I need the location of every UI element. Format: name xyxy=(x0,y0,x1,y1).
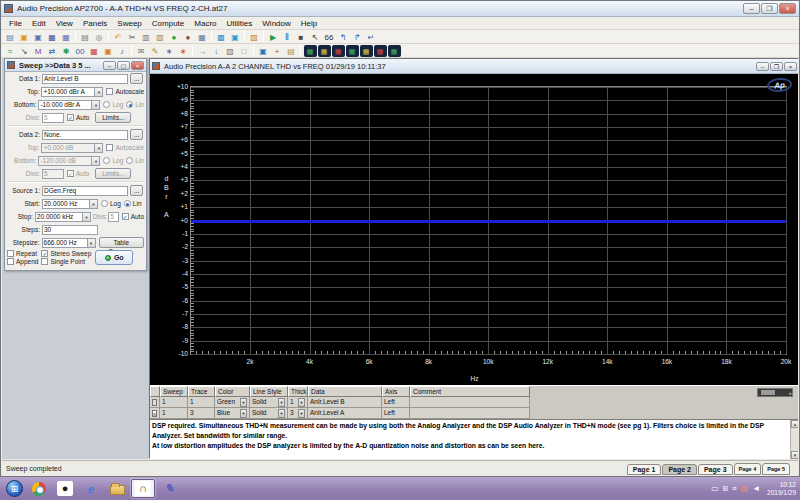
data1-top-combo[interactable]: +10.000 dBr A▼ xyxy=(41,87,103,97)
graph-window-icon[interactable]: ▧ xyxy=(224,45,237,57)
goto-marker-icon[interactable]: ↰ xyxy=(337,31,350,43)
chrome-icon[interactable] xyxy=(27,479,51,498)
sweep-maximize-button[interactable]: ▢ xyxy=(117,61,130,70)
sixty-six-icon[interactable]: 66 xyxy=(323,31,336,43)
monitor-icon[interactable]: ▣ xyxy=(257,45,270,57)
sweep-close-button[interactable]: × xyxy=(131,61,144,70)
internet-explorer-icon[interactable]: e xyxy=(79,479,103,498)
edit-pen-icon[interactable]: ✎ xyxy=(149,45,162,57)
trace-line-style-cell[interactable]: Solid▼ xyxy=(250,397,288,408)
data1-log-radio[interactable] xyxy=(103,101,110,108)
open-test-icon[interactable]: ▣ xyxy=(18,31,31,43)
dropdown-arrow-icon[interactable]: ▼ xyxy=(298,398,305,407)
dropdown-arrow-icon[interactable]: ▼ xyxy=(240,409,247,418)
data2-autoscale-checkbox[interactable]: ✓ xyxy=(106,144,113,151)
close-panel-icon[interactable]: ▣ xyxy=(102,45,115,57)
start-combo[interactable]: 20.0000 Hz▼ xyxy=(42,199,98,209)
cancel-icon[interactable]: ● xyxy=(182,31,195,43)
paint-icon[interactable]: ✎ xyxy=(157,479,181,498)
print-preview-icon[interactable]: ◎ xyxy=(93,31,106,43)
stop-combo[interactable]: 20.0000 kHz▼ xyxy=(35,212,91,222)
data1-bottom-combo[interactable]: -10.000 dBr A▼ xyxy=(38,100,100,110)
page-edit-icon[interactable]: ▤ xyxy=(285,45,298,57)
comment-scrollbar[interactable]: ▲ ▼ xyxy=(790,420,798,459)
panel-preset-7-icon[interactable]: ▦ xyxy=(388,45,401,57)
import-data-icon[interactable]: ▣ xyxy=(32,31,45,43)
data2-divs-input[interactable]: 5 xyxy=(42,169,64,179)
graph-minimize-button[interactable]: – xyxy=(756,62,769,71)
table-scrollbar[interactable]: ◂ xyxy=(757,388,793,397)
analog-analyzer-icon[interactable]: ≈ xyxy=(4,45,17,57)
dropdown-arrow-icon[interactable]: ▼ xyxy=(240,398,247,407)
source1-input[interactable]: DGen.Freq xyxy=(42,186,128,196)
menu-edit[interactable]: Edit xyxy=(27,19,51,28)
volume-icon[interactable]: ◄ xyxy=(752,484,760,493)
link-panels-icon[interactable]: ▩ xyxy=(215,31,228,43)
run-sweep-icon[interactable]: ▶ xyxy=(267,31,280,43)
trace-sweep-cell[interactable]: 1 xyxy=(160,397,188,408)
taskbar-clock[interactable]: 10:12 2019/1/29 xyxy=(763,481,796,497)
undo-icon[interactable]: ↶ xyxy=(112,31,125,43)
trace-checkbox[interactable]: x xyxy=(152,410,157,417)
source1-browse-button[interactable]: ... xyxy=(130,185,143,196)
minimize-button[interactable]: – xyxy=(743,3,760,14)
trace-sweep-cell[interactable]: 1 xyxy=(160,408,188,419)
menu-utilities[interactable]: Utilities xyxy=(222,19,258,28)
trace-color-cell[interactable]: Green▼ xyxy=(215,397,250,408)
data1-limits-button[interactable]: Limits... xyxy=(95,112,131,123)
page-tab-page-2[interactable]: Page 2 xyxy=(662,464,697,475)
panel-preset-3-icon[interactable]: ▦ xyxy=(332,45,345,57)
steps-input[interactable]: 30 xyxy=(42,225,98,235)
data2-browse-button[interactable]: ... xyxy=(130,129,143,140)
trace-axis-cell[interactable]: Left xyxy=(382,408,410,419)
trace-thick-cell[interactable]: 3▼ xyxy=(288,408,308,419)
trace-comment-cell[interactable] xyxy=(410,408,530,419)
panel-preset-5-icon[interactable]: ▦ xyxy=(360,45,373,57)
menu-compute[interactable]: Compute xyxy=(147,19,189,28)
data1-input[interactable]: Anlr.Level B xyxy=(42,74,128,84)
dsp-analyzer-icon[interactable]: M xyxy=(32,45,45,57)
data2-log-radio[interactable] xyxy=(103,157,110,164)
menu-help[interactable]: Help xyxy=(296,19,322,28)
data2-bottom-combo[interactable]: -120.000 dB▼ xyxy=(38,156,100,166)
page-tab-page-4[interactable]: Page 4 xyxy=(734,463,762,475)
mail-data-icon[interactable]: ✉ xyxy=(135,45,148,57)
audio-precision-app-icon[interactable]: ∩ xyxy=(131,479,155,498)
panel-preset-6-icon[interactable]: ▦ xyxy=(374,45,387,57)
copy-panel-icon[interactable]: ▣ xyxy=(229,31,242,43)
cut-icon[interactable]: ✂ xyxy=(126,31,139,43)
trace-axis-cell[interactable]: Left xyxy=(382,397,410,408)
menu-file[interactable]: File xyxy=(4,19,27,28)
menu-sweep[interactable]: Sweep xyxy=(112,19,146,28)
single-point-checkbox[interactable]: ✓ xyxy=(41,258,48,265)
start-lin-radio[interactable] xyxy=(124,200,131,207)
trace-data-cell[interactable]: Anlr.Level B xyxy=(308,397,382,408)
digital-analyzer-icon[interactable]: ⇄ xyxy=(46,45,59,57)
explorer-folder-icon[interactable] xyxy=(105,479,129,498)
panel-preset-2-icon[interactable]: ▦ xyxy=(318,45,331,57)
menu-panels[interactable]: Panels xyxy=(78,19,112,28)
data1-auto-checkbox[interactable]: ✓ xyxy=(67,114,74,121)
panels-grid-icon[interactable]: ▦ xyxy=(196,31,209,43)
app-titlebar[interactable]: Audio Precision AP2700 - A-A THD+N VS FR… xyxy=(1,1,799,17)
menu-window[interactable]: Window xyxy=(257,19,295,28)
data1-autoscale-checkbox[interactable]: ✓ xyxy=(106,88,113,95)
bluetooth-icon[interactable]: B xyxy=(723,484,728,493)
trace-color-cell[interactable]: Blue▼ xyxy=(215,408,250,419)
page-tab-page-5[interactable]: Page 5 xyxy=(762,463,790,475)
page-tab-page-1[interactable]: Page 1 xyxy=(627,464,662,475)
log-file-icon[interactable]: ▨ xyxy=(248,31,261,43)
stop-auto-checkbox[interactable]: ✓ xyxy=(122,213,129,220)
data2-lin-radio[interactable] xyxy=(126,157,133,164)
graph-close-button[interactable]: × xyxy=(784,62,797,71)
scroll-down-icon[interactable]: ▼ xyxy=(791,451,798,459)
arrow-down-blue-icon[interactable]: ↓ xyxy=(210,45,223,57)
sweep-panel-titlebar[interactable]: Sweep >>Data 3 5 ... – ▢ × xyxy=(5,59,146,72)
stop-sweep-icon[interactable]: ■ xyxy=(295,31,308,43)
dropdown-arrow-icon[interactable]: ▼ xyxy=(278,398,285,407)
copy-icon[interactable]: ▥ xyxy=(140,31,153,43)
dropdown-arrow-icon[interactable]: ▼ xyxy=(278,409,285,418)
start-button[interactable]: ⊞ xyxy=(6,480,23,497)
start-log-radio[interactable] xyxy=(101,200,108,207)
scroll-up-icon[interactable]: ▲ xyxy=(791,420,798,428)
